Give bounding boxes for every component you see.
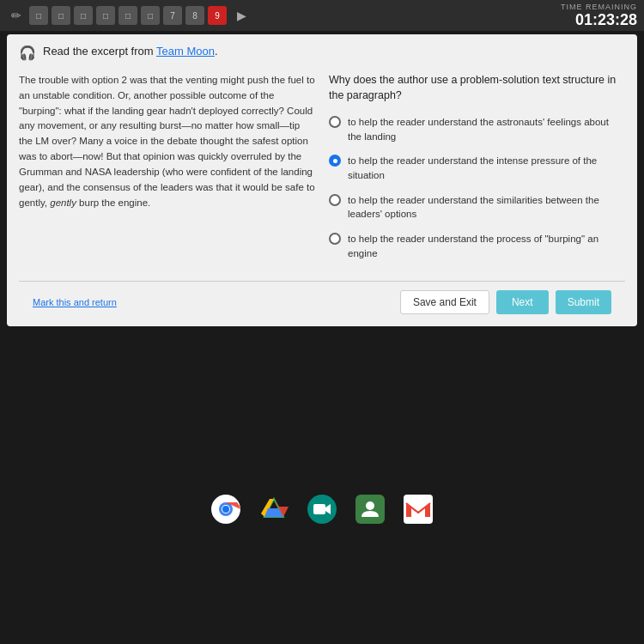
timer-value: 01:23:28	[561, 11, 637, 29]
gmail-icon[interactable]	[402, 493, 434, 526]
timer-section: TIME REMAINING 01:23:28	[561, 3, 637, 29]
question-btn-2[interactable]: □	[52, 6, 70, 25]
question-text: Why does the author use a problem-soluti…	[329, 73, 625, 103]
play-icon[interactable]: ▶	[237, 9, 246, 22]
svg-rect-11	[313, 504, 325, 514]
pencil-icon[interactable]: ✏	[7, 6, 26, 25]
question-btn-6[interactable]: □	[141, 6, 160, 25]
question-btn-3[interactable]: □	[74, 6, 93, 25]
book-title-link[interactable]: Team Moon	[156, 45, 215, 58]
question-btn-9[interactable]: 9	[208, 6, 227, 25]
question-panel: Why does the author use a problem-soluti…	[329, 73, 625, 270]
meet-icon[interactable]	[306, 493, 338, 526]
option-b-text: to help the reader understand the intens…	[348, 154, 625, 182]
next-button[interactable]: Next	[496, 290, 549, 314]
mark-return-button[interactable]: Mark this and return	[33, 297, 117, 307]
svg-point-3	[222, 506, 229, 513]
option-b[interactable]: to help the reader understand the intens…	[329, 154, 625, 182]
question-btn-1[interactable]: □	[29, 6, 48, 25]
passage-panel: The trouble with option 2 was that the v…	[19, 73, 315, 270]
chrome-icon[interactable]	[210, 493, 242, 526]
radio-a[interactable]	[329, 116, 341, 128]
save-exit-button[interactable]: Save and Exit	[400, 290, 489, 314]
toolbar: ✏ □ □ □ □ □ □ 7 8 9 ▶ TIME REMAINING 01:…	[0, 0, 644, 31]
bottom-bar: Mark this and return Save and Exit Next …	[19, 290, 625, 314]
passage-text: The trouble with option 2 was that the v…	[19, 73, 315, 210]
radio-d[interactable]	[329, 233, 341, 245]
action-buttons: Save and Exit Next Submit	[400, 290, 611, 314]
option-c-text: to help the reader understand the simila…	[348, 193, 625, 222]
question-btn-8[interactable]: 8	[185, 6, 204, 25]
drive-icon[interactable]	[258, 493, 290, 526]
option-a-text: to help the reader understand the astron…	[348, 115, 625, 143]
option-c[interactable]: to help the reader understand the simila…	[329, 193, 625, 222]
svg-point-14	[366, 501, 374, 510]
timer-label: TIME REMAINING	[561, 3, 637, 11]
option-a[interactable]: to help the reader understand the astron…	[329, 115, 625, 143]
taskbar	[0, 486, 644, 532]
audio-icon[interactable]: 🎧	[19, 45, 36, 61]
divider	[19, 281, 625, 282]
option-d-text: to help the reader understand the proces…	[348, 232, 625, 260]
option-d[interactable]: to help the reader understand the proces…	[329, 232, 625, 260]
passage-title: Read the excerpt from Team Moon.	[43, 45, 625, 58]
question-btn-4[interactable]: □	[96, 6, 115, 25]
submit-button[interactable]: Submit	[556, 290, 611, 314]
question-btn-5[interactable]: □	[118, 6, 137, 25]
content-card: 🎧 Read the excerpt from Team Moon. The t…	[7, 34, 637, 326]
radio-c[interactable]	[329, 194, 341, 206]
contacts-icon[interactable]	[354, 493, 386, 526]
question-btn-7[interactable]: 7	[163, 6, 182, 25]
radio-b[interactable]	[329, 155, 341, 167]
